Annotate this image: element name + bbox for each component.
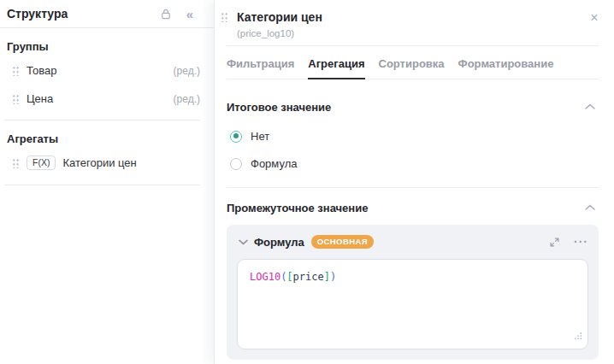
tab-formatting[interactable]: Форматирование bbox=[458, 46, 554, 79]
code-token-field: price bbox=[293, 271, 324, 283]
code-token-function: LOG10 bbox=[250, 271, 280, 283]
sidebar-header: Структура « bbox=[0, 0, 214, 28]
dataset-field-editor: Структура « Группы Товар (ред.) Цена (ре… bbox=[0, 0, 614, 364]
formula-actions: ··· bbox=[546, 234, 588, 250]
lock-button[interactable] bbox=[156, 3, 176, 24]
expand-diagonal-icon bbox=[549, 237, 560, 248]
resize-grip-icon bbox=[574, 332, 582, 340]
radio-label: Нет bbox=[251, 130, 269, 143]
code-token-paren: ) bbox=[330, 271, 336, 283]
divider bbox=[4, 185, 200, 185]
formula-editor[interactable]: LOG10([price]) bbox=[237, 259, 588, 349]
field-id-subtitle: (price_log10) bbox=[237, 28, 580, 38]
sidebar-title: Структура bbox=[7, 7, 156, 21]
radio-unselected-icon[interactable] bbox=[230, 158, 242, 170]
settings-tabs: Фильтрация Агрегация Сортировка Форматир… bbox=[227, 46, 599, 79]
formula-card: Формула ОСНОВНАЯ ··· LOG10([price]) bbox=[227, 225, 599, 360]
intermediate-value-heading: Промежуточное значение bbox=[227, 202, 582, 214]
code-token-bracket: ] bbox=[324, 271, 330, 283]
total-value-option-formula[interactable]: Формула bbox=[230, 157, 599, 170]
formula-card-header: Формула ОСНОВНАЯ ··· bbox=[237, 232, 588, 251]
collapse-section-button[interactable] bbox=[582, 98, 599, 115]
chevron-up-icon bbox=[585, 204, 595, 211]
aggregates-heading: Агрегаты bbox=[7, 132, 200, 145]
divider bbox=[227, 187, 599, 188]
radio-label: Формула bbox=[251, 157, 297, 170]
chevron-down-icon bbox=[239, 239, 248, 245]
group-item-label: Товар bbox=[27, 64, 174, 77]
edit-link[interactable]: (ред.) bbox=[174, 93, 200, 105]
aggregate-item-kategorii-cen[interactable]: F(X) Категории цен bbox=[0, 149, 214, 177]
tab-filtering[interactable]: Фильтрация bbox=[227, 46, 294, 79]
formula-code-line: LOG10([price]) bbox=[250, 271, 576, 283]
field-title: Категории цен bbox=[237, 10, 580, 24]
radio-selected-icon[interactable] bbox=[230, 131, 242, 143]
structure-sidebar: Структура « Группы Товар (ред.) Цена (ре… bbox=[0, 0, 214, 364]
drag-handle-icon[interactable] bbox=[12, 158, 19, 168]
drag-handle-icon[interactable] bbox=[12, 94, 19, 104]
total-value-option-none[interactable]: Нет bbox=[230, 130, 599, 143]
groups-heading: Группы bbox=[7, 40, 200, 53]
lock-icon bbox=[160, 8, 172, 21]
drag-handle-icon[interactable] bbox=[221, 12, 227, 22]
code-token-bracket: [ bbox=[286, 271, 292, 283]
aggregate-item-label: Категории цен bbox=[62, 156, 200, 169]
double-chevron-left-icon: « bbox=[186, 7, 193, 21]
drag-handle-icon[interactable] bbox=[12, 66, 19, 76]
drawer-header: Категории цен (price_log10) × bbox=[215, 0, 614, 38]
intermediate-value-section-header: Промежуточное значение bbox=[227, 199, 599, 216]
divider bbox=[4, 120, 200, 120]
formula-block-title: Формула bbox=[254, 236, 304, 249]
ellipsis-icon: ··· bbox=[574, 235, 588, 249]
close-button[interactable]: × bbox=[585, 9, 604, 27]
more-menu-button[interactable]: ··· bbox=[574, 238, 588, 246]
collapse-sidebar-button[interactable]: « bbox=[180, 3, 200, 24]
tab-sorting[interactable]: Сортировка bbox=[379, 46, 445, 79]
field-settings-drawer: Категории цен (price_log10) × Фильтрация… bbox=[214, 0, 614, 364]
formula-fx-badge: F(X) bbox=[27, 156, 56, 170]
collapse-section-button[interactable] bbox=[582, 199, 599, 216]
expand-editor-button[interactable] bbox=[546, 234, 562, 250]
tab-aggregation[interactable]: Агрегация bbox=[308, 46, 364, 79]
edit-link[interactable]: (ред.) bbox=[174, 65, 200, 77]
close-icon: × bbox=[590, 10, 598, 26]
total-value-heading: Итоговое значение bbox=[227, 101, 582, 114]
total-value-section-header: Итоговое значение bbox=[227, 98, 599, 115]
group-item-label: Цена bbox=[27, 92, 174, 105]
resize-grip-handle[interactable] bbox=[574, 328, 582, 343]
chevron-up-icon bbox=[585, 103, 595, 110]
group-item-cena[interactable]: Цена (ред.) bbox=[0, 85, 214, 113]
main-formula-badge: ОСНОВНАЯ bbox=[311, 235, 374, 249]
group-item-tovar[interactable]: Товар (ред.) bbox=[0, 56, 214, 85]
collapse-formula-button[interactable] bbox=[235, 234, 251, 250]
